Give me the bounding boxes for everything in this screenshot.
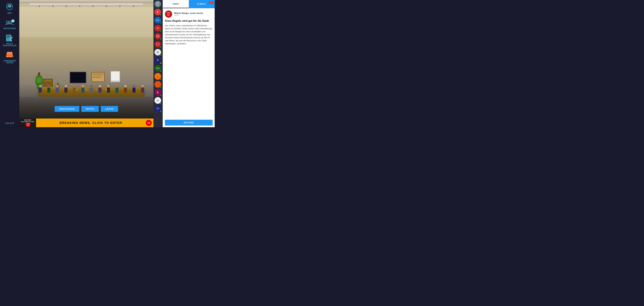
person <box>47 85 50 93</box>
map-icon <box>5 3 15 11</box>
svg-rect-16 <box>6 55 13 56</box>
breaking-news-bar[interactable]: WIENERNACHRICHTEN LIVE 24 BREAKING NEWS.… <box>19 119 154 127</box>
spotlight <box>106 5 107 7</box>
svg-point-7 <box>10 21 11 23</box>
svg-rect-20 <box>9 56 10 57</box>
online-dot <box>160 62 162 64</box>
invite-button[interactable]: INVITE <box>81 106 99 112</box>
news-text: BREAKING NEWS. CLICK TO ENTER <box>36 121 146 125</box>
online-dot <box>160 46 162 48</box>
person <box>56 85 59 93</box>
avatar-3[interactable]: AK <box>154 25 162 32</box>
sidebar-item-policy[interactable]: POLICYPROPOSITIONS <box>2 32 17 48</box>
svg-point-5 <box>7 21 8 23</box>
policy-label: POLICYPROPOSITIONS <box>3 43 16 46</box>
chat-sender-avatar: WBV WIENERBÜRGERINNEN <box>165 10 172 18</box>
tab-chat[interactable]: CHAT <box>163 0 189 8</box>
svg-point-3 <box>9 5 10 6</box>
avatar-10[interactable]: 🚗 <box>154 81 162 88</box>
svg-rect-17 <box>6 53 12 55</box>
spotlights <box>19 5 154 7</box>
online-dot <box>160 30 162 32</box>
svg-text:⊕: ⊕ <box>157 36 158 37</box>
svg-rect-14 <box>7 37 9 38</box>
main-area: PLENARSAAL <box>19 0 154 127</box>
action-buttons: DISCUSSION INVITE LEAVE <box>19 106 154 112</box>
news-logo-text: WIENERNACHRICHTEN <box>21 119 34 123</box>
online-dot <box>160 78 162 80</box>
online-dot <box>160 86 162 88</box>
ceiling-bar <box>19 0 154 3</box>
online-dot <box>160 22 162 24</box>
chat-message-title: Klare Regeln sind gut für die Stadt <box>165 19 213 22</box>
policy-icon <box>5 34 15 42</box>
person <box>141 85 144 93</box>
avatar-5[interactable] <box>154 41 162 48</box>
return-button[interactable]: RETURN <box>165 120 213 126</box>
avatar-13[interactable]: austriatech <box>154 105 162 113</box>
logout-label: LOG OUT <box>5 122 14 124</box>
person <box>132 85 136 93</box>
spotlight <box>38 5 40 7</box>
people-row <box>36 72 147 93</box>
conference-label: CONFERENCECENTER <box>3 60 16 64</box>
avatar-moderator[interactable]: MODERATORIN <box>154 1 162 8</box>
tab-email[interactable]: E-MAIL 19 <box>189 0 215 8</box>
online-dot <box>160 70 162 72</box>
spotlight <box>66 5 67 7</box>
sidebar-item-map[interactable]: MAP <box>4 2 16 15</box>
online-dot <box>160 38 162 40</box>
chat-sender-name: Wiener Bürger_innen Verein <box>174 12 203 14</box>
discussion-button[interactable]: DISCUSSION <box>55 106 79 112</box>
person <box>116 85 118 93</box>
chat-sender-info: Wiener Bürger_innen Verein 15:28 <box>174 12 203 16</box>
person <box>90 85 93 93</box>
online-dot <box>160 102 162 104</box>
person <box>64 85 68 93</box>
invitations-icon <box>4 18 14 27</box>
person <box>39 85 42 93</box>
invitations-label: INVITATIONS <box>4 27 16 29</box>
person <box>107 85 110 93</box>
sidebar-item-invitations[interactable]: INVITATIONS <box>3 17 17 31</box>
avatar-9[interactable]: 🚗 <box>154 73 162 80</box>
avatar-circle: MODERATORIN <box>154 1 161 7</box>
ceiling-light-strip <box>29 3 144 5</box>
logout-button[interactable]: LOG OUT <box>4 121 15 126</box>
spotlight <box>132 5 134 7</box>
svg-rect-19 <box>7 56 8 57</box>
news-live-badge: LIVE 24 <box>26 123 30 127</box>
chat-tabs: CHAT E-MAIL 19 <box>163 0 215 8</box>
spotlight <box>52 5 54 7</box>
leave-button[interactable]: LEAVE <box>101 106 118 112</box>
avatar-8[interactable]: VCÖ <box>154 65 162 72</box>
avatar-1[interactable]: F <box>154 9 162 16</box>
avatar-6[interactable]: dierad <box>154 49 162 56</box>
chat-message-body: Das Verbot, neue Ladestationen im öffent… <box>165 24 213 45</box>
sidebar-item-conference[interactable]: CONFERENCECENTER <box>2 50 17 65</box>
online-dot <box>160 14 162 16</box>
svg-rect-13 <box>7 36 10 37</box>
avatar-12[interactable]: smallplänr <box>154 97 162 105</box>
svg-rect-12 <box>7 36 10 36</box>
avatar-11[interactable]: S <box>154 89 162 96</box>
online-dot <box>160 111 162 112</box>
avatar-4[interactable]: ⊕ <box>154 33 162 40</box>
scene: PLENARSAAL <box>19 0 154 119</box>
avatar-2[interactable]: WKO <box>154 17 162 24</box>
chat-message-header: WBV WIENERBÜRGERINNEN Wiener Bürger_inne… <box>165 10 213 18</box>
chat-message-area: WBV WIENERBÜRGERINNEN Wiener Bürger_inne… <box>163 8 215 118</box>
news-count-badge: 16 <box>146 120 152 126</box>
email-count-badge: 19 <box>209 1 213 3</box>
chat-sender-time: 15:28 <box>174 14 203 16</box>
right-avatar-sidebar: MODERATORIN F WKO AK ⊕ <box>154 0 163 127</box>
left-sidebar: MAP INVITATIONS <box>0 0 19 127</box>
conference-icon <box>4 51 14 59</box>
avatar-7[interactable]: V <box>154 57 162 64</box>
spotlight <box>92 5 94 7</box>
person <box>124 85 127 93</box>
online-dot <box>160 94 162 96</box>
news-logo: WIENERNACHRICHTEN LIVE 24 <box>19 119 36 127</box>
online-dot <box>160 54 162 56</box>
spotlight <box>79 5 80 7</box>
